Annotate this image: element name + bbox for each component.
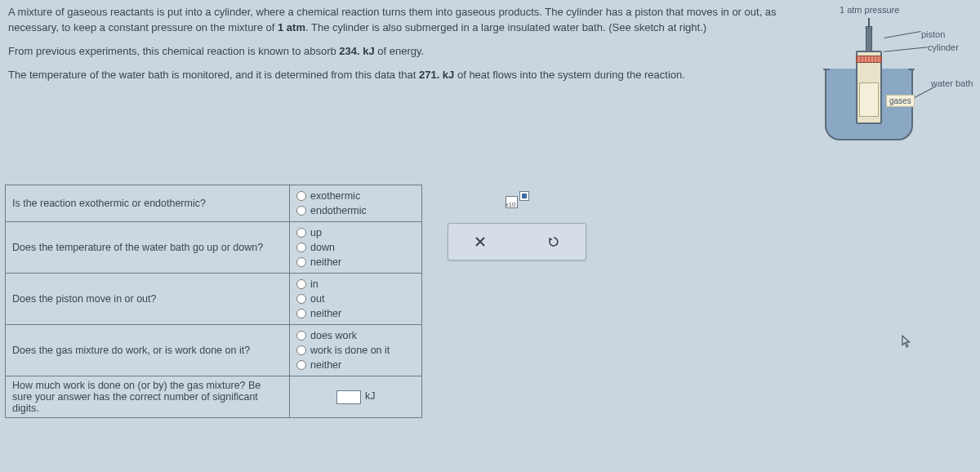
reset-button[interactable] (537, 230, 571, 253)
opt-label: neither (310, 359, 341, 371)
piston-head-icon (856, 56, 882, 63)
question-table: Is the reaction exothermic or endothermi… (5, 185, 422, 418)
q2-prompt: Does the temperature of the water bath g… (6, 222, 290, 274)
p3-text-a: The temperature of the water bath is mon… (8, 69, 419, 81)
q3-opt-out[interactable]: out (296, 292, 415, 306)
q2-radio-down[interactable] (296, 243, 306, 252)
q1-opt-exothermic[interactable]: exothermic (296, 189, 415, 203)
exponent-box-icon (519, 191, 529, 201)
q2-answers: up down neither (290, 222, 422, 274)
q2-opt-up[interactable]: up (296, 225, 415, 240)
opt-label: neither (310, 308, 341, 319)
refresh-icon (547, 235, 560, 248)
para-3: The temperature of the water bath is mon… (8, 68, 784, 83)
p3-value: 271. kJ (419, 69, 454, 81)
piston-rod-icon (866, 26, 872, 52)
toolbar-row (448, 223, 586, 260)
opt-label: does work (310, 330, 357, 341)
apparatus-diagram: 1 atm pressure piston cylinder water bat… (792, 5, 977, 152)
problem-statement: A mixture of gaseous reactants is put in… (0, 0, 792, 82)
q4-radio-workdone[interactable] (296, 345, 306, 355)
q1-prompt: Is the reaction exothermic or endothermi… (6, 185, 290, 222)
q3-opt-neither[interactable]: neither (296, 306, 415, 321)
waterbath-label: water bath (931, 78, 973, 88)
q4-opt-neither[interactable]: neither (296, 358, 415, 372)
q2-opt-neither[interactable]: neither (296, 255, 415, 269)
p2-text-a: From previous experiments, this chemical… (8, 45, 339, 57)
leader-line (884, 47, 928, 52)
q5-answer: kJ (290, 376, 422, 418)
q4-prompt: Does the gas mixture do work, or is work… (6, 325, 290, 376)
q5-unit: kJ (365, 390, 376, 402)
q5-prompt: How much work is done on (or by) the gas… (6, 376, 290, 418)
p1-text-b: . The cylinder is also submerged in a la… (305, 21, 706, 33)
opt-label: out (310, 293, 324, 305)
q1-answers: exothermic endothermic (290, 185, 422, 222)
answer-toolbar: x10 (448, 185, 586, 283)
q1-opt-endothermic[interactable]: endothermic (296, 203, 415, 218)
q4-radio-doeswork[interactable] (296, 331, 306, 341)
q3-radio-in[interactable] (296, 279, 306, 289)
cylinder-label: cylinder (928, 42, 959, 52)
opt-label: neither (310, 256, 341, 268)
opt-label: exothermic (310, 190, 360, 202)
leader-line (884, 31, 920, 38)
p3-text-b: of heat flows into the system during the… (454, 69, 685, 81)
q3-opt-in[interactable]: in (296, 277, 415, 292)
cursor-icon (902, 335, 913, 350)
q4-opt-workdone[interactable]: work is done on it (296, 343, 415, 358)
p2-value: 234. kJ (339, 45, 374, 57)
para-1: A mixture of gaseous reactants is put in… (8, 5, 784, 36)
gases-label: gases (886, 95, 915, 107)
p1-value: 1 atm (278, 21, 305, 33)
piston-label: piston (921, 29, 945, 39)
mantissa-box-icon: x10 (506, 196, 518, 208)
pressure-label: 1 atm pressure (840, 5, 899, 15)
p2-text-b: of energy. (375, 45, 424, 57)
q4-answers: does work work is done on it neither (290, 325, 422, 376)
q3-prompt: Does the piston move in or out? (6, 274, 290, 325)
q2-radio-neither[interactable] (296, 257, 306, 267)
opt-label: up (310, 227, 322, 238)
q4-radio-neither[interactable] (296, 360, 306, 370)
q5-input[interactable] (336, 390, 361, 404)
q2-radio-up[interactable] (296, 228, 306, 238)
q1-radio-endothermic[interactable] (296, 206, 306, 216)
x10-label: x10 (506, 201, 516, 208)
q3-answers: in out neither (290, 274, 422, 325)
opt-label: work is done on it (310, 345, 390, 356)
opt-label: endothermic (310, 205, 367, 216)
q1-radio-exothermic[interactable] (296, 191, 306, 201)
opt-label: in (310, 278, 318, 290)
gases-box-icon (859, 82, 879, 117)
q3-radio-out[interactable] (296, 294, 306, 304)
opt-label: down (310, 242, 335, 253)
x-icon (474, 235, 487, 248)
sci-notation-tool[interactable]: x10 (448, 185, 586, 223)
para-2: From previous experiments, this chemical… (8, 44, 784, 60)
q3-radio-neither[interactable] (296, 309, 306, 318)
q4-opt-doeswork[interactable]: does work (296, 328, 415, 343)
q2-opt-down[interactable]: down (296, 240, 415, 255)
leader-line (915, 86, 937, 98)
clear-button[interactable] (463, 230, 497, 253)
